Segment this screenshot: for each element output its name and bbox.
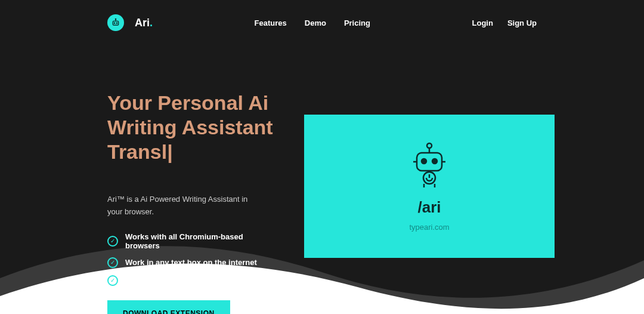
hero-title: Your Personal Ai Writing Assistant Trans… xyxy=(107,91,274,164)
svg-point-9 xyxy=(432,159,437,164)
svg-point-5 xyxy=(427,143,432,148)
hero-left: Your Personal Ai Writing Assistant Trans… xyxy=(107,91,274,314)
feature-text: Works with all Chromium-based browsers xyxy=(125,232,274,250)
top-nav: Ari. Features Demo Pricing Login Sign Up xyxy=(0,0,644,31)
svg-point-8 xyxy=(422,159,426,164)
nav-pricing[interactable]: Pricing xyxy=(344,19,370,27)
nav-demo[interactable]: Demo xyxy=(305,19,326,27)
nav-center: Features Demo Pricing xyxy=(255,19,370,27)
nav-signup[interactable]: Sign Up xyxy=(507,19,537,27)
feature-list: ✓ Works with all Chromium-based browsers… xyxy=(107,232,274,286)
check-icon: ✓ xyxy=(107,275,118,286)
brand-logo-icon xyxy=(107,14,124,31)
svg-point-1 xyxy=(114,23,114,23)
robot-icon xyxy=(408,141,450,189)
check-icon: ✓ xyxy=(107,236,118,247)
brand-logo-text: Ari. xyxy=(135,17,153,29)
hero-subtitle: Ari™ is a Ai Powered Writing Assistant i… xyxy=(107,193,256,217)
svg-point-2 xyxy=(116,23,117,23)
download-extension-button[interactable]: DOWNLOAD EXTENSION xyxy=(107,300,230,314)
nav-login[interactable]: Login xyxy=(472,19,493,27)
check-icon: ✓ xyxy=(107,257,118,268)
hero: Your Personal Ai Writing Assistant Trans… xyxy=(0,31,644,314)
promo-title: /ari xyxy=(417,198,441,217)
promo-url: typeari.com xyxy=(409,223,449,232)
feature-item: ✓ Work in any text box on the internet xyxy=(107,257,274,268)
feature-item: ✓ Works with all Chromium-based browsers xyxy=(107,232,274,250)
hero-right: /ari typeari.com xyxy=(304,91,555,314)
promo-card: /ari typeari.com xyxy=(304,115,555,258)
nav-features[interactable]: Features xyxy=(255,19,287,27)
feature-text: Free and Privacy Focused xyxy=(125,276,221,285)
feature-item: ✓ Free and Privacy Focused xyxy=(107,275,274,286)
svg-rect-7 xyxy=(417,153,442,171)
svg-point-4 xyxy=(115,19,116,19)
feature-text: Work in any text box on the internet xyxy=(125,258,257,267)
nav-right: Login Sign Up xyxy=(472,19,537,27)
